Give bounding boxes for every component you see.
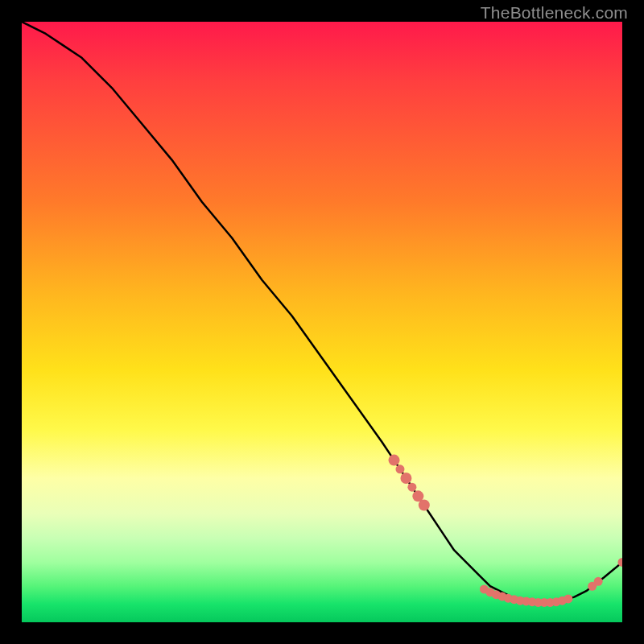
- chart-plot-area: [22, 22, 622, 622]
- watermark-text: TheBottleneck.com: [481, 3, 628, 23]
- observed-points-group: [389, 455, 622, 607]
- chart-stage: TheBottleneck.com: [0, 0, 644, 644]
- observed-point: [407, 483, 416, 492]
- observed-point: [594, 577, 603, 586]
- observed-point: [400, 473, 411, 484]
- chart-svg: [22, 22, 622, 622]
- observed-point: [419, 500, 430, 511]
- observed-point: [395, 464, 404, 473]
- bottleneck-curve: [22, 22, 622, 602]
- observed-point: [389, 455, 400, 466]
- observed-point: [564, 594, 572, 603]
